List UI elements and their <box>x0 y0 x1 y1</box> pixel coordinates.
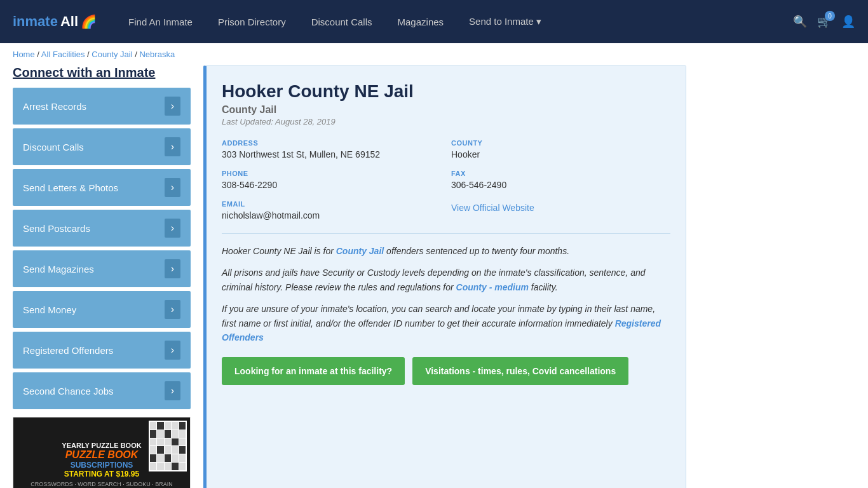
county-group: COUNTY Hooker <box>451 139 670 159</box>
sidebar-item-arrest-records[interactable]: Arrest Records › <box>13 88 191 125</box>
sidebar: Connect with an Inmate Arrest Records › … <box>13 65 191 488</box>
fax-value: 306-546-2490 <box>451 180 670 190</box>
facility-desc-2: All prisons and jails have Security or C… <box>222 266 670 294</box>
sidebar-title: Connect with an Inmate <box>13 65 191 80</box>
ad-line2: SUBSCRIPTIONS <box>20 461 184 470</box>
ad-puzzle: PUZZLE BOOK <box>20 449 184 461</box>
main-nav: Find An Inmate Prison Directory Discount… <box>116 0 774 43</box>
facility-title: Hooker County NE Jail <box>222 81 670 102</box>
arrow-icon: › <box>165 300 180 319</box>
sidebar-item-send-postcards[interactable]: Send Postcards › <box>13 210 191 247</box>
logo[interactable]: inmateAll 🌈 <box>13 13 97 30</box>
sidebar-item-registered-offenders[interactable]: Registered Offenders › <box>13 332 191 369</box>
registered-offenders-link[interactable]: Registered Offenders <box>222 318 661 342</box>
facility-card: Hooker County NE Jail County Jail Last U… <box>203 65 686 488</box>
sidebar-item-discount-calls[interactable]: Discount Calls › <box>13 128 191 165</box>
logo-text-inmate: inmate <box>13 13 58 30</box>
nav-send-to-inmate[interactable]: Send to Inmate ▾ <box>456 0 554 43</box>
county-label: COUNTY <box>451 139 670 147</box>
nav-discount-calls[interactable]: Discount Calls <box>299 0 385 43</box>
nav-magazines[interactable]: Magazines <box>385 0 457 43</box>
divider <box>222 233 670 234</box>
logo-icon: 🌈 <box>81 14 97 29</box>
fax-group: FAX 306-546-2490 <box>451 170 670 190</box>
breadcrumb: Home / All Facilities / County Jail / Ne… <box>0 43 868 65</box>
breadcrumb-state[interactable]: Nebraska <box>139 50 175 59</box>
facility-details: ADDRESS 303 Northwest 1st St, Mullen, NE… <box>222 139 670 220</box>
county-jail-link-1[interactable]: County Jail <box>336 246 384 256</box>
main-content: Connect with an Inmate Arrest Records › … <box>0 65 699 488</box>
sidebar-item-send-money[interactable]: Send Money › <box>13 291 191 328</box>
website-link[interactable]: View Official Website <box>451 203 534 213</box>
sidebar-item-second-chance-jobs[interactable]: Second Chance Jobs › <box>13 372 191 409</box>
nav-find-inmate[interactable]: Find An Inmate <box>116 0 205 43</box>
email-group: EMAIL nicholslaw@hotmail.com <box>222 200 441 220</box>
ad-text: YEARLY PUZZLE BOOK PUZZLE BOOK SUBSCRIPT… <box>20 442 184 488</box>
cart-badge: 0 <box>825 11 835 21</box>
arrow-icon: › <box>165 97 180 116</box>
looking-for-inmate-button[interactable]: Looking for an inmate at this facility? <box>222 357 405 385</box>
facility-desc-3: If you are unsure of your inmate's locat… <box>222 302 670 344</box>
email-value: nicholslaw@hotmail.com <box>222 210 441 220</box>
phone-group: PHONE 308-546-2290 <box>222 170 441 190</box>
search-icon[interactable]: 🔍 <box>793 15 807 29</box>
county-medium-link[interactable]: County - medium <box>456 282 529 292</box>
county-value: Hooker <box>451 149 670 159</box>
arrow-icon: › <box>165 381 180 400</box>
breadcrumb-all-facilities[interactable]: All Facilities <box>41 50 85 59</box>
breadcrumb-home[interactable]: Home <box>13 50 35 59</box>
nav-prison-directory[interactable]: Prison Directory <box>205 0 299 43</box>
ad-line3: STARTING AT $19.95 <box>20 470 184 478</box>
arrow-icon: › <box>165 178 180 197</box>
website-group: View Official Website <box>451 200 670 220</box>
visitations-button[interactable]: Visitations - times, rules, Covid cancel… <box>412 357 628 385</box>
ad-line4: CROSSWORDS · WORD SEARCH · SUDOKU · BRAI… <box>20 481 184 488</box>
facility-desc-1: Hooker County NE Jail is for County Jail… <box>222 244 670 258</box>
arrow-icon: › <box>165 341 180 360</box>
header: inmateAll 🌈 Find An Inmate Prison Direct… <box>0 0 868 43</box>
facility-last-updated: Last Updated: August 28, 2019 <box>222 117 670 126</box>
user-icon[interactable]: 👤 <box>841 15 855 29</box>
cart-icon[interactable]: 🛒 0 <box>817 15 831 29</box>
header-icons: 🔍 🛒 0 👤 <box>793 15 855 29</box>
phone-label: PHONE <box>222 170 441 177</box>
sidebar-item-send-letters[interactable]: Send Letters & Photos › <box>13 169 191 206</box>
address-value: 303 Northwest 1st St, Mullen, NE 69152 <box>222 149 441 159</box>
fax-label: FAX <box>451 170 670 177</box>
facility-type: County Jail <box>222 104 670 116</box>
address-label: ADDRESS <box>222 139 441 147</box>
phone-value: 308-546-2290 <box>222 180 441 190</box>
arrow-icon: › <box>165 259 180 278</box>
email-label: EMAIL <box>222 200 441 208</box>
facility-actions: Looking for an inmate at this facility? … <box>222 357 670 385</box>
address-group: ADDRESS 303 Northwest 1st St, Mullen, NE… <box>222 139 441 159</box>
logo-text-all: All <box>60 13 78 30</box>
ad-line1: YEARLY PUZZLE BOOK <box>20 442 184 449</box>
sidebar-item-send-magazines[interactable]: Send Magazines › <box>13 250 191 287</box>
advertisement: YEARLY PUZZLE BOOK PUZZLE BOOK SUBSCRIPT… <box>13 417 191 488</box>
breadcrumb-county-jail[interactable]: County Jail <box>92 50 132 59</box>
arrow-icon: › <box>165 219 180 238</box>
arrow-icon: › <box>165 137 180 156</box>
